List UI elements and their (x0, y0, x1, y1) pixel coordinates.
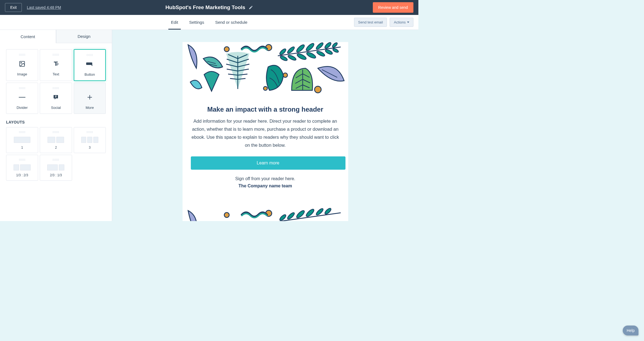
grip-icon (19, 54, 25, 56)
grip-icon (86, 54, 93, 56)
block-social[interactable]: # Social (40, 83, 72, 114)
layout-2[interactable]: 2 (40, 127, 72, 153)
grip-icon (19, 131, 25, 133)
page-title-wrap: HubSpot's Free Marketing Tools (165, 4, 253, 11)
grip-icon (19, 87, 25, 89)
email-footer-image[interactable] (183, 208, 348, 221)
email-heading[interactable]: Make an impact with a strong header (191, 106, 340, 113)
page-title: HubSpot's Free Marketing Tools (165, 4, 245, 11)
svg-point-28 (332, 48, 339, 53)
text-icon (52, 59, 59, 69)
canvas[interactable]: Make an impact with a strong header Add … (112, 30, 418, 221)
layout-label: 2 (55, 146, 57, 149)
svg-rect-3 (56, 64, 59, 65)
layout-preview (14, 137, 30, 143)
tab-edit[interactable]: Edit (171, 15, 178, 30)
svg-rect-4 (56, 65, 58, 65)
layout-preview (81, 137, 98, 143)
send-test-email-button[interactable]: Send test email (354, 18, 387, 27)
email-body[interactable]: Make an impact with a strong header Add … (183, 95, 348, 197)
block-label: Social (51, 106, 61, 110)
svg-point-16 (279, 55, 288, 61)
main: Content Design Image Text (0, 30, 418, 221)
email-cta-button[interactable]: Learn more (191, 156, 345, 170)
svg-point-34 (315, 208, 324, 216)
layout-label: 1/3 : 2/3 (16, 173, 28, 177)
block-button[interactable]: Button (74, 49, 106, 81)
svg-point-17 (286, 46, 295, 54)
svg-point-26 (324, 49, 333, 55)
svg-text:#: # (55, 95, 57, 98)
block-label: Divider (17, 106, 28, 110)
svg-point-31 (286, 211, 295, 220)
sidebar: Content Design Image Text (0, 30, 112, 221)
grip-icon (52, 54, 59, 56)
email-signoff[interactable]: Sign off from your reader here. (191, 176, 340, 181)
edit-title-icon[interactable] (249, 5, 253, 10)
svg-point-18 (287, 54, 297, 61)
layout-3[interactable]: 3 (74, 127, 106, 153)
social-icon: # (52, 92, 59, 102)
topbar: Exit Last saved 4:48 PM HubSpot's Free M… (0, 0, 418, 15)
svg-point-10 (224, 47, 229, 52)
review-send-button[interactable]: Review and send (373, 2, 413, 13)
email-preview[interactable]: Make an impact with a strong header Add … (183, 42, 348, 221)
exit-button[interactable]: Exit (5, 3, 22, 12)
block-label: Image (17, 72, 27, 76)
layout-label: 3 (89, 146, 91, 149)
layout-preview (47, 137, 64, 143)
divider-icon (18, 92, 26, 102)
grip-icon (86, 131, 93, 133)
layout-preview (47, 164, 64, 170)
blocks-panel: Image Text Button Divid (0, 43, 112, 187)
image-icon (19, 59, 25, 69)
layout-label: 2/3 : 1/3 (50, 173, 62, 177)
block-label: More (86, 106, 94, 110)
block-label: Button (85, 72, 95, 77)
svg-point-1 (21, 62, 22, 63)
email-hero-image[interactable] (183, 42, 348, 95)
sidebar-tab-content[interactable]: Content (0, 30, 56, 43)
sidebar-tabs: Content Design (0, 30, 112, 43)
block-divider[interactable]: Divider (6, 83, 38, 114)
grip-icon (52, 87, 59, 89)
sidebar-tab-design[interactable]: Design (56, 30, 112, 43)
layouts-header: LAYOUTS (6, 120, 106, 124)
svg-point-22 (306, 51, 316, 59)
svg-point-30 (279, 214, 287, 221)
svg-point-20 (296, 53, 307, 61)
svg-point-24 (316, 50, 325, 57)
svg-point-14 (315, 86, 321, 93)
button-icon (86, 59, 94, 69)
block-more[interactable]: More (74, 83, 106, 114)
editor-tabs: Edit Settings Send or schedule (171, 15, 247, 30)
email-team[interactable]: The Company name team (191, 183, 340, 188)
svg-rect-9 (88, 97, 92, 98)
layout-2-3-1-3[interactable]: 2/3 : 1/3 (40, 155, 72, 181)
grip-icon (52, 131, 59, 133)
email-paragraph[interactable]: Add information for your reader here. Di… (191, 117, 340, 149)
block-image[interactable]: Image (6, 49, 38, 81)
svg-rect-2 (56, 63, 59, 64)
layout-1[interactable]: 1 (6, 127, 38, 153)
grip-icon (52, 159, 59, 161)
layout-preview (14, 164, 31, 170)
svg-point-36 (224, 213, 229, 217)
block-label: Text (53, 72, 59, 76)
layout-label: 1 (21, 146, 23, 149)
actions-dropdown[interactable]: Actions (390, 18, 413, 27)
last-saved-link[interactable]: Last saved 4:48 PM (27, 5, 61, 10)
tab-send-schedule[interactable]: Send or schedule (215, 15, 247, 30)
layout-1-3-2-3[interactable]: 1/3 : 2/3 (6, 155, 38, 181)
svg-rect-6 (19, 97, 25, 98)
grip-icon (19, 159, 25, 161)
svg-point-23 (315, 42, 324, 50)
actions-label: Actions (394, 20, 406, 24)
svg-point-13 (263, 86, 267, 90)
secondary-bar: Edit Settings Send or schedule Send test… (0, 15, 418, 30)
caret-down-icon (407, 22, 409, 23)
plus-icon (87, 92, 93, 102)
tab-settings[interactable]: Settings (189, 15, 204, 30)
block-text[interactable]: Text (40, 49, 72, 81)
